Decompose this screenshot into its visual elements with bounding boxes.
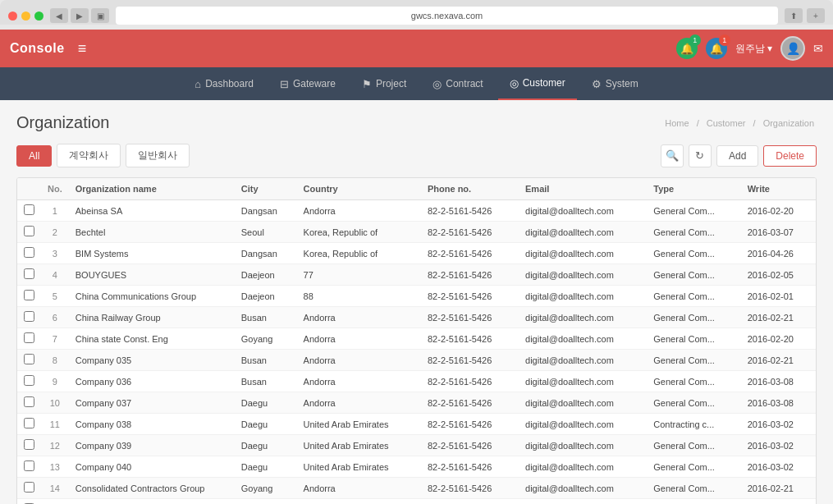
breadcrumb-sep1: /	[697, 118, 702, 128]
row-org-name[interactable]: Consolidated Contractors Group	[69, 478, 235, 499]
row-org-name[interactable]: Daelim Industrial	[69, 499, 235, 505]
gateware-icon: ⊟	[280, 78, 289, 90]
tab-general-companies[interactable]: 일반회사	[126, 144, 190, 167]
row-no: 7	[41, 328, 69, 350]
row-org-name[interactable]: BOUYGUES	[69, 264, 235, 286]
window-button[interactable]: ▣	[91, 8, 109, 23]
user-menu-button[interactable]: 원주남 ▾	[735, 42, 772, 56]
breadcrumb-sep2: /	[753, 118, 758, 128]
row-write: 2016-03-02	[741, 435, 816, 456]
row-city: Daegu	[235, 392, 297, 414]
refresh-button[interactable]: ↻	[689, 144, 712, 167]
row-no: 14	[41, 478, 69, 499]
row-org-name[interactable]: China Railway Group	[69, 307, 235, 328]
row-org-name[interactable]: BIM Systems	[69, 243, 235, 264]
table-row[interactable]: 9 Company 036 Busan Andorra 82-2-5161-54…	[17, 371, 816, 392]
row-org-name[interactable]: Company 036	[69, 371, 235, 392]
close-dot[interactable]	[8, 11, 17, 21]
row-org-name[interactable]: Bechtel	[69, 222, 235, 243]
row-checkbox[interactable]	[17, 478, 41, 499]
row-checkbox[interactable]	[17, 307, 41, 328]
sidebar-item-gateware[interactable]: ⊟ Gateware	[268, 67, 347, 100]
share-button[interactable]: ⬆	[785, 8, 803, 23]
row-phone: 82-2-5161-5426	[421, 499, 519, 505]
row-org-name[interactable]: Company 038	[69, 414, 235, 435]
table-row[interactable]: 1 Abeinsa SA Dangsan Andorra 82-2-5161-5…	[17, 200, 816, 222]
table-row[interactable]: 8 Company 035 Busan Andorra 82-2-5161-54…	[17, 350, 816, 371]
minimize-dot[interactable]	[21, 11, 30, 21]
table-row[interactable]: 11 Company 038 Daegu United Arab Emirate…	[17, 414, 816, 435]
delete-button[interactable]: Delete	[763, 145, 817, 167]
row-checkbox[interactable]	[17, 456, 41, 478]
row-email: digital@doalltech.com	[519, 264, 647, 286]
row-checkbox[interactable]	[17, 435, 41, 456]
table-row[interactable]: 6 China Railway Group Busan Andorra 82-2…	[17, 307, 816, 328]
row-checkbox[interactable]	[17, 371, 41, 392]
row-org-name[interactable]: China Communications Group	[69, 286, 235, 307]
tab-contract-companies[interactable]: 계약회사	[57, 144, 121, 167]
row-country: Andorra	[297, 307, 421, 328]
row-country: Andorra	[297, 392, 421, 414]
table-row[interactable]: 5 China Communications Group Daejeon 88 …	[17, 286, 816, 307]
row-phone: 82-2-5161-5426	[421, 328, 519, 350]
row-country: Andorra	[297, 328, 421, 350]
table-row[interactable]: 7 China state Const. Eng Goyang Andorra …	[17, 328, 816, 350]
breadcrumb-home[interactable]: Home	[665, 118, 689, 128]
row-checkbox[interactable]	[17, 200, 41, 222]
url-bar[interactable]: gwcs.nexava.com	[116, 7, 778, 25]
table-row[interactable]: 14 Consolidated Contractors Group Goyang…	[17, 478, 816, 499]
row-checkbox[interactable]	[17, 264, 41, 286]
row-type: General Com...	[647, 328, 740, 350]
row-write: 2016-02-21	[741, 478, 816, 499]
page-header: Organization Home / Customer / Organizat…	[16, 113, 817, 132]
sidebar-item-project[interactable]: ⚑ Project	[350, 67, 418, 100]
row-write: 2016-04-26	[741, 243, 816, 264]
back-button[interactable]: ◀	[50, 8, 68, 23]
row-checkbox[interactable]	[17, 286, 41, 307]
tab-all[interactable]: All	[16, 145, 52, 167]
row-country: 77	[297, 264, 421, 286]
table-row[interactable]: 3 BIM Systems Dangsan Korea, Republic of…	[17, 243, 816, 264]
sidebar-item-dashboard[interactable]: ⌂ Dashboard	[183, 67, 265, 100]
table-row[interactable]: 15 Daelim Industrial Busan Andorra 82-2-…	[17, 499, 816, 505]
search-button[interactable]: 🔍	[661, 144, 684, 167]
sidebar-item-contract[interactable]: ◎ Contract	[421, 67, 494, 100]
row-org-name[interactable]: Company 037	[69, 392, 235, 414]
chat-button[interactable]: ✉	[813, 42, 823, 55]
row-checkbox[interactable]	[17, 328, 41, 350]
menu-toggle-button[interactable]: ≡	[78, 40, 87, 57]
table-row[interactable]: 12 Company 039 Daegu United Arab Emirate…	[17, 435, 816, 456]
row-org-name[interactable]: China state Const. Eng	[69, 328, 235, 350]
row-org-name[interactable]: Company 040	[69, 456, 235, 478]
maximize-dot[interactable]	[34, 11, 43, 21]
row-checkbox[interactable]	[17, 392, 41, 414]
row-org-name[interactable]: Company 035	[69, 350, 235, 371]
table-row[interactable]: 2 Bechtel Seoul Korea, Republic of 82-2-…	[17, 222, 816, 243]
row-checkbox[interactable]	[17, 414, 41, 435]
row-checkbox[interactable]	[17, 222, 41, 243]
notifications-button[interactable]: 🔔 1	[676, 38, 698, 59]
row-type: General Com...	[647, 264, 740, 286]
table-row[interactable]: 4 BOUYGUES Daejeon 77 82-2-5161-5426 dig…	[17, 264, 816, 286]
sidebar-item-system[interactable]: ⚙ System	[580, 67, 650, 100]
table-row[interactable]: 13 Company 040 Daegu United Arab Emirate…	[17, 456, 816, 478]
row-phone: 82-2-5161-5426	[421, 371, 519, 392]
nav-label-contract: Contract	[446, 78, 483, 89]
bookmark-button[interactable]: +	[807, 8, 825, 23]
avatar[interactable]: 👤	[780, 36, 805, 61]
alerts-button[interactable]: 🔔 1	[706, 38, 727, 59]
row-phone: 82-2-5161-5426	[421, 307, 519, 328]
table-row[interactable]: 10 Company 037 Daegu Andorra 82-2-5161-5…	[17, 392, 816, 414]
row-write: 2016-03-07	[741, 222, 816, 243]
add-button[interactable]: Add	[716, 145, 758, 167]
forward-button[interactable]: ▶	[71, 8, 89, 23]
breadcrumb-customer[interactable]: Customer	[707, 118, 746, 128]
row-no: 9	[41, 371, 69, 392]
row-org-name[interactable]: Abeinsa SA	[69, 200, 235, 222]
row-checkbox[interactable]	[17, 499, 41, 505]
row-org-name[interactable]: Company 039	[69, 435, 235, 456]
row-checkbox[interactable]	[17, 350, 41, 371]
row-checkbox[interactable]	[17, 243, 41, 264]
row-type: General Com...	[647, 392, 740, 414]
sidebar-item-customer[interactable]: ◎ Customer	[498, 67, 577, 100]
